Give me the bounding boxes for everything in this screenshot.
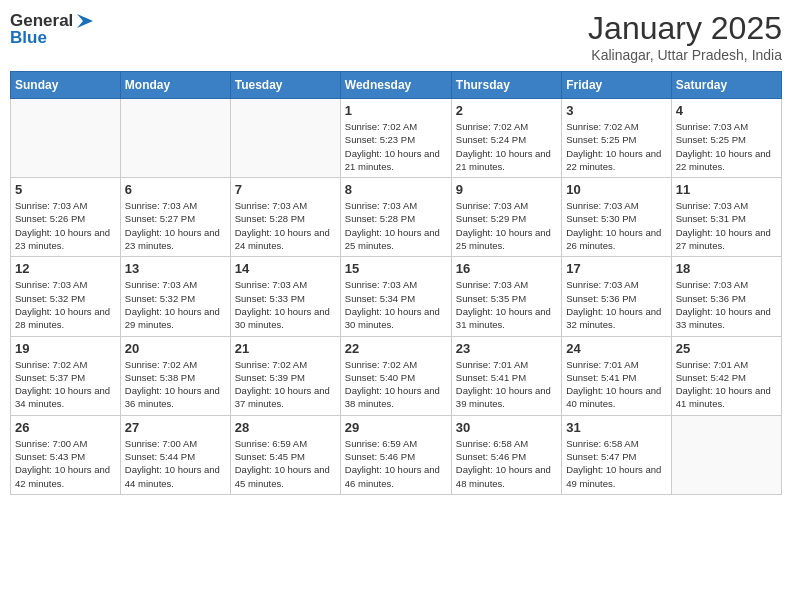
day-info: Sunrise: 7:03 AMSunset: 5:35 PMDaylight:… (456, 278, 557, 331)
calendar-cell: 6 Sunrise: 7:03 AMSunset: 5:27 PMDayligh… (120, 178, 230, 257)
day-info: Sunrise: 7:03 AMSunset: 5:36 PMDaylight:… (566, 278, 666, 331)
day-number: 12 (15, 261, 116, 276)
calendar-cell: 23 Sunrise: 7:01 AMSunset: 5:41 PMDaylig… (451, 336, 561, 415)
calendar-cell: 21 Sunrise: 7:02 AMSunset: 5:39 PMDaylig… (230, 336, 340, 415)
calendar-week-row: 1 Sunrise: 7:02 AMSunset: 5:23 PMDayligh… (11, 99, 782, 178)
day-number: 7 (235, 182, 336, 197)
title-section: January 2025 Kalinagar, Uttar Pradesh, I… (588, 10, 782, 63)
day-number: 28 (235, 420, 336, 435)
calendar-cell: 10 Sunrise: 7:03 AMSunset: 5:30 PMDaylig… (562, 178, 671, 257)
calendar-cell: 1 Sunrise: 7:02 AMSunset: 5:23 PMDayligh… (340, 99, 451, 178)
day-number: 1 (345, 103, 447, 118)
logo-arrow-icon (75, 10, 97, 32)
calendar-cell: 16 Sunrise: 7:03 AMSunset: 5:35 PMDaylig… (451, 257, 561, 336)
calendar-cell: 26 Sunrise: 7:00 AMSunset: 5:43 PMDaylig… (11, 415, 121, 494)
day-info: Sunrise: 7:03 AMSunset: 5:27 PMDaylight:… (125, 199, 226, 252)
calendar-cell: 15 Sunrise: 7:03 AMSunset: 5:34 PMDaylig… (340, 257, 451, 336)
weekday-header-wednesday: Wednesday (340, 72, 451, 99)
calendar-week-row: 26 Sunrise: 7:00 AMSunset: 5:43 PMDaylig… (11, 415, 782, 494)
day-number: 31 (566, 420, 666, 435)
day-number: 5 (15, 182, 116, 197)
day-number: 27 (125, 420, 226, 435)
day-number: 30 (456, 420, 557, 435)
calendar-week-row: 5 Sunrise: 7:03 AMSunset: 5:26 PMDayligh… (11, 178, 782, 257)
day-number: 29 (345, 420, 447, 435)
day-number: 11 (676, 182, 777, 197)
calendar-cell: 31 Sunrise: 6:58 AMSunset: 5:47 PMDaylig… (562, 415, 671, 494)
day-number: 14 (235, 261, 336, 276)
calendar-cell: 3 Sunrise: 7:02 AMSunset: 5:25 PMDayligh… (562, 99, 671, 178)
calendar-cell (120, 99, 230, 178)
calendar-cell: 12 Sunrise: 7:03 AMSunset: 5:32 PMDaylig… (11, 257, 121, 336)
calendar-cell: 4 Sunrise: 7:03 AMSunset: 5:25 PMDayligh… (671, 99, 781, 178)
calendar-cell (671, 415, 781, 494)
day-info: Sunrise: 7:03 AMSunset: 5:36 PMDaylight:… (676, 278, 777, 331)
day-info: Sunrise: 6:58 AMSunset: 5:47 PMDaylight:… (566, 437, 666, 490)
calendar-cell: 2 Sunrise: 7:02 AMSunset: 5:24 PMDayligh… (451, 99, 561, 178)
calendar-cell: 24 Sunrise: 7:01 AMSunset: 5:41 PMDaylig… (562, 336, 671, 415)
weekday-header-saturday: Saturday (671, 72, 781, 99)
calendar-cell: 11 Sunrise: 7:03 AMSunset: 5:31 PMDaylig… (671, 178, 781, 257)
weekday-header-thursday: Thursday (451, 72, 561, 99)
day-number: 4 (676, 103, 777, 118)
calendar-title: January 2025 (588, 10, 782, 47)
day-number: 24 (566, 341, 666, 356)
day-info: Sunrise: 7:03 AMSunset: 5:34 PMDaylight:… (345, 278, 447, 331)
day-info: Sunrise: 7:03 AMSunset: 5:31 PMDaylight:… (676, 199, 777, 252)
day-info: Sunrise: 6:59 AMSunset: 5:46 PMDaylight:… (345, 437, 447, 490)
weekday-header-tuesday: Tuesday (230, 72, 340, 99)
day-number: 17 (566, 261, 666, 276)
day-info: Sunrise: 7:02 AMSunset: 5:38 PMDaylight:… (125, 358, 226, 411)
day-number: 22 (345, 341, 447, 356)
day-info: Sunrise: 7:03 AMSunset: 5:30 PMDaylight:… (566, 199, 666, 252)
day-info: Sunrise: 7:03 AMSunset: 5:26 PMDaylight:… (15, 199, 116, 252)
day-number: 25 (676, 341, 777, 356)
day-info: Sunrise: 6:59 AMSunset: 5:45 PMDaylight:… (235, 437, 336, 490)
day-number: 21 (235, 341, 336, 356)
day-info: Sunrise: 7:02 AMSunset: 5:39 PMDaylight:… (235, 358, 336, 411)
calendar-cell (11, 99, 121, 178)
calendar-cell: 18 Sunrise: 7:03 AMSunset: 5:36 PMDaylig… (671, 257, 781, 336)
calendar-cell: 7 Sunrise: 7:03 AMSunset: 5:28 PMDayligh… (230, 178, 340, 257)
calendar-week-row: 19 Sunrise: 7:02 AMSunset: 5:37 PMDaylig… (11, 336, 782, 415)
calendar-cell: 5 Sunrise: 7:03 AMSunset: 5:26 PMDayligh… (11, 178, 121, 257)
calendar-cell: 25 Sunrise: 7:01 AMSunset: 5:42 PMDaylig… (671, 336, 781, 415)
day-number: 3 (566, 103, 666, 118)
calendar-cell (230, 99, 340, 178)
day-info: Sunrise: 7:02 AMSunset: 5:24 PMDaylight:… (456, 120, 557, 173)
day-number: 10 (566, 182, 666, 197)
day-number: 16 (456, 261, 557, 276)
day-number: 20 (125, 341, 226, 356)
calendar-cell: 9 Sunrise: 7:03 AMSunset: 5:29 PMDayligh… (451, 178, 561, 257)
calendar-cell: 22 Sunrise: 7:02 AMSunset: 5:40 PMDaylig… (340, 336, 451, 415)
calendar-cell: 13 Sunrise: 7:03 AMSunset: 5:32 PMDaylig… (120, 257, 230, 336)
day-number: 9 (456, 182, 557, 197)
day-info: Sunrise: 6:58 AMSunset: 5:46 PMDaylight:… (456, 437, 557, 490)
day-info: Sunrise: 7:03 AMSunset: 5:33 PMDaylight:… (235, 278, 336, 331)
calendar-cell: 28 Sunrise: 6:59 AMSunset: 5:45 PMDaylig… (230, 415, 340, 494)
day-info: Sunrise: 7:01 AMSunset: 5:42 PMDaylight:… (676, 358, 777, 411)
day-info: Sunrise: 7:01 AMSunset: 5:41 PMDaylight:… (566, 358, 666, 411)
weekday-header-row: SundayMondayTuesdayWednesdayThursdayFrid… (11, 72, 782, 99)
calendar-cell: 14 Sunrise: 7:03 AMSunset: 5:33 PMDaylig… (230, 257, 340, 336)
calendar-cell: 17 Sunrise: 7:03 AMSunset: 5:36 PMDaylig… (562, 257, 671, 336)
day-info: Sunrise: 7:02 AMSunset: 5:37 PMDaylight:… (15, 358, 116, 411)
calendar-cell: 19 Sunrise: 7:02 AMSunset: 5:37 PMDaylig… (11, 336, 121, 415)
logo: General Blue (10, 10, 97, 48)
day-number: 18 (676, 261, 777, 276)
day-info: Sunrise: 7:00 AMSunset: 5:44 PMDaylight:… (125, 437, 226, 490)
day-info: Sunrise: 7:02 AMSunset: 5:23 PMDaylight:… (345, 120, 447, 173)
day-number: 15 (345, 261, 447, 276)
day-number: 23 (456, 341, 557, 356)
svg-marker-0 (77, 14, 93, 28)
day-info: Sunrise: 7:02 AMSunset: 5:40 PMDaylight:… (345, 358, 447, 411)
day-number: 19 (15, 341, 116, 356)
day-info: Sunrise: 7:02 AMSunset: 5:25 PMDaylight:… (566, 120, 666, 173)
day-info: Sunrise: 7:03 AMSunset: 5:29 PMDaylight:… (456, 199, 557, 252)
calendar-subtitle: Kalinagar, Uttar Pradesh, India (588, 47, 782, 63)
day-info: Sunrise: 7:01 AMSunset: 5:41 PMDaylight:… (456, 358, 557, 411)
calendar-cell: 30 Sunrise: 6:58 AMSunset: 5:46 PMDaylig… (451, 415, 561, 494)
day-number: 2 (456, 103, 557, 118)
day-number: 6 (125, 182, 226, 197)
weekday-header-friday: Friday (562, 72, 671, 99)
